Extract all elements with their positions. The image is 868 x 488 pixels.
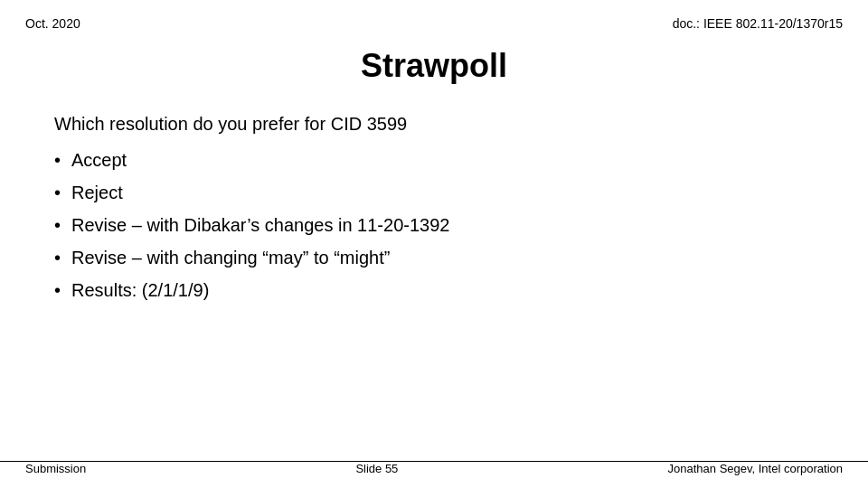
bullet-icon: •: [54, 180, 61, 205]
bullet-text: Reject: [71, 180, 123, 205]
slide: Oct. 2020 doc.: IEEE 802.11-20/1370r15 S…: [0, 0, 868, 488]
title-section: Strawpoll: [0, 47, 868, 85]
footer-submission: Submission: [25, 462, 86, 475]
bullet-icon: •: [54, 212, 61, 238]
bullet-text: Revise – with changing “may” to “might”: [71, 245, 390, 270]
question-text: Which resolution do you prefer for CID 3…: [54, 114, 814, 135]
bullet-icon: •: [54, 277, 61, 303]
header-date: Oct. 2020: [25, 16, 80, 31]
footer-author: Jonathan Segev, Intel corporation: [668, 462, 843, 475]
slide-header: Oct. 2020 doc.: IEEE 802.11-20/1370r15: [0, 0, 868, 31]
footer-slide-number: Slide 55: [355, 462, 398, 475]
bullet-icon: •: [54, 147, 61, 173]
bullet-text: Revise – with Dibakar’s changes in 11-20…: [71, 212, 449, 238]
list-item: •Revise – with Dibakar’s changes in 11-2…: [54, 212, 814, 238]
list-item: •Reject: [54, 180, 814, 205]
header-doc: doc.: IEEE 802.11-20/1370r15: [673, 16, 843, 31]
bullet-icon: •: [54, 245, 61, 270]
list-item: •Revise – with changing “may” to “might”: [54, 245, 814, 270]
list-item: •Results: (2/1/1/9): [54, 277, 814, 303]
bullet-text: Accept: [71, 147, 127, 173]
slide-content: Which resolution do you prefer for CID 3…: [0, 114, 868, 303]
slide-footer: Submission Slide 55 Jonathan Segev, Inte…: [0, 461, 868, 475]
bullet-list: •Accept•Reject•Revise – with Dibakar’s c…: [54, 147, 814, 303]
bullet-text: Results: (2/1/1/9): [71, 277, 209, 303]
list-item: •Accept: [54, 147, 814, 173]
slide-title: Strawpoll: [0, 47, 868, 85]
